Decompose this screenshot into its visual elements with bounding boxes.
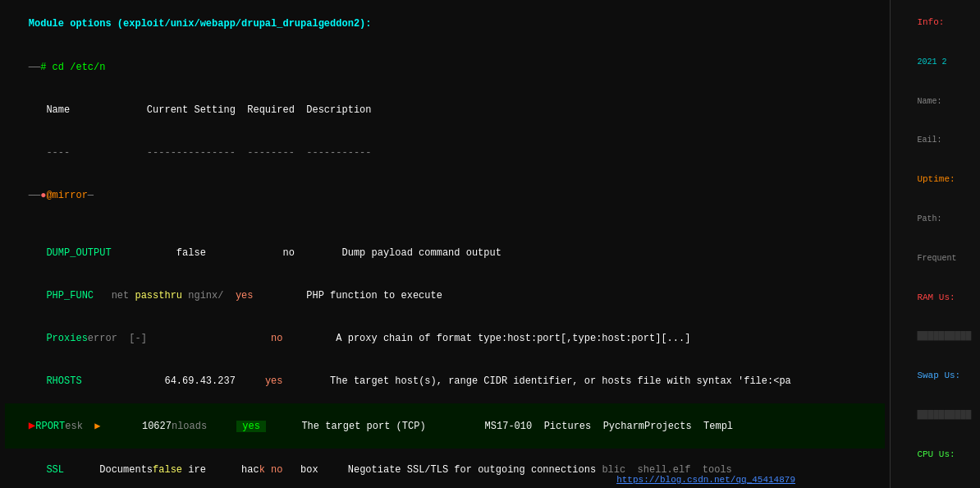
row-dump-output: DUMP_OUTPUT false no Dump payload comman… — [5, 232, 885, 274]
col-sep-module: ---- --------------- -------- ----------… — [5, 132, 885, 175]
right-ram-bar: ██████████ — [895, 318, 975, 357]
right-cpu: CPU Us: — [895, 435, 975, 475]
col-headers-module: Name Current Setting Required Descriptio… — [5, 89, 885, 131]
right-date: 2021 2 — [895, 43, 975, 82]
terminal: Module options (exploit/unix/webapp/drup… — [0, 0, 890, 488]
bottom-url[interactable]: https://blog.csdn.net/qq_45414879 — [616, 475, 795, 485]
row-php-func: PHP_FUNC net passthru nginx/ yes PHP fun… — [5, 274, 885, 317]
right-name: Name: — [895, 82, 975, 122]
row-rhosts: RHOSTS 64.69.43.237 yes The target host(… — [5, 361, 885, 403]
row-proxies: Proxieserror [-] no A proxy chain of for… — [5, 318, 885, 361]
right-info-title: Info: — [895, 3, 975, 43]
right-eail: Eail: — [895, 121, 975, 160]
right-path: Path: — [895, 200, 975, 239]
right-ram: RAM Us: — [895, 279, 975, 318]
right-cpu-bar: ██████████ — [895, 475, 975, 488]
right-uptime: Uptime: — [895, 160, 975, 200]
cd-command: ──# cd /etc/n — [5, 46, 885, 89]
prompt-mixed: ──●@mirror─ — [5, 175, 885, 232]
right-swap-bar: ██████████ — [895, 396, 975, 435]
right-swap: Swap Us: — [895, 357, 975, 396]
row-rport: ▶RPORTesk ▶ 10627nloads yes The target p… — [5, 403, 885, 449]
module-options-header: Module options (exploit/unix/webapp/drup… — [5, 3, 885, 46]
right-frequent: Frequent — [895, 239, 975, 279]
right-panel: Info: 2021 2 Name: Eail: Uptime: Path: F… — [890, 0, 980, 488]
